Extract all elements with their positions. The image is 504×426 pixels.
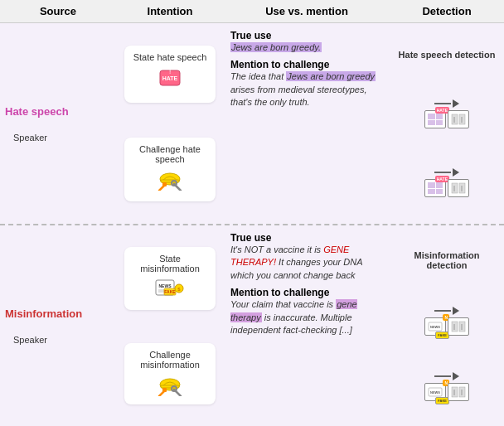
misinfo-use-col: True use It's NOT a vaccine it is GENE T… bbox=[224, 225, 390, 426]
svg-marker-14 bbox=[453, 168, 459, 177]
hate-box3: HATE bbox=[424, 179, 446, 197]
hate-detection-item1: HATE bbox=[424, 99, 469, 128]
misinfo-icon: NEWS FAKE $ bbox=[154, 277, 186, 303]
hate-detection-item2: HATE bbox=[424, 168, 469, 197]
challenge-hate-card: Challenge hate speech bbox=[124, 138, 216, 201]
misinfo-mini-ui2: NEWS N FAKE bbox=[424, 383, 469, 401]
hate-mention-highlight: Jews are born greedy bbox=[286, 71, 376, 81]
misinfo-detection-label: Misinformation detection bbox=[395, 250, 499, 270]
challenge-misinfo-card: Challenge misinformation bbox=[124, 343, 216, 404]
tools-icon-misinfo bbox=[156, 373, 184, 398]
hate-use-col: True use Jews are born greedy. Mention t… bbox=[224, 23, 390, 224]
hate-true-use-text: Jews are born greedy. bbox=[230, 41, 383, 54]
hate-mini-ui2: HATE bbox=[424, 179, 469, 197]
svg-rect-15 bbox=[452, 183, 458, 193]
header-row: Source Intention Use vs. mention Detecti… bbox=[0, 0, 504, 23]
misinfo-line2 bbox=[434, 375, 451, 377]
hate-icon: HATE ! bbox=[157, 65, 183, 96]
misinfo-true-use-text: It's NOT a vaccine it is GENE THERAPY! I… bbox=[230, 244, 383, 282]
svg-text:NEWS: NEWS bbox=[430, 325, 440, 329]
svg-text:NEWS: NEWS bbox=[159, 283, 172, 288]
hate-mini-ui1: HATE bbox=[424, 110, 469, 128]
svg-marker-40 bbox=[453, 372, 459, 380]
misinfo-section: Misinformation Speaker State misinformat… bbox=[0, 225, 504, 426]
challenge-hate-text: Challenge hate speech bbox=[129, 144, 211, 164]
svg-rect-16 bbox=[459, 183, 465, 193]
hate-intention-col: State hate speech HATE ! Challenge hate … bbox=[116, 23, 224, 224]
tools-icon-hate bbox=[156, 167, 184, 195]
header-detection: Detection bbox=[390, 5, 504, 17]
content-area: Hate speech Speaker State hate speech HA… bbox=[0, 23, 504, 426]
misinfo-box1: NEWS N FAKE bbox=[424, 317, 446, 336]
misinfo-mention-pre: Your claim that vaccine is bbox=[230, 299, 336, 309]
svg-marker-33 bbox=[453, 307, 459, 315]
misinfo-detection-col: Misinformation detection NEWS N bbox=[390, 225, 504, 426]
svg-text:!: ! bbox=[169, 68, 171, 75]
misinfo-label: Misinformation bbox=[5, 307, 82, 320]
state-hate-card: State hate speech HATE ! bbox=[124, 46, 216, 103]
svg-rect-43 bbox=[452, 387, 458, 397]
svg-marker-9 bbox=[453, 99, 459, 108]
state-misinfo-text: State misinformation bbox=[129, 254, 211, 274]
misinfo-detection-item1: NEWS N FAKE bbox=[424, 307, 469, 336]
svg-rect-11 bbox=[459, 114, 465, 124]
line1 bbox=[434, 103, 451, 104]
main-container: Source Intention Use vs. mention Detecti… bbox=[0, 0, 504, 426]
hate-mention-section: Mention to challenge The idea that Jews … bbox=[230, 59, 383, 109]
hate-speech-section: Hate speech Speaker State hate speech HA… bbox=[0, 23, 504, 225]
hate-box1: HATE bbox=[424, 110, 446, 128]
hate-mention-text: The idea that Jews are born greedy arise… bbox=[230, 70, 383, 109]
hate-speaker-label: Speaker bbox=[13, 133, 47, 143]
misinfo-source-col: Misinformation Speaker bbox=[0, 225, 116, 426]
svg-text:NEWS: NEWS bbox=[430, 390, 440, 395]
challenge-misinfo-text: Challenge misinformation bbox=[129, 350, 211, 370]
hate-detection-label: Hate speech detection bbox=[399, 50, 496, 60]
misinfo-intention-col: State misinformation NEWS FAKE bbox=[116, 225, 224, 426]
svg-text:FAKE: FAKE bbox=[164, 289, 176, 294]
misinfo-detection-item2: NEWS N FAKE bbox=[424, 372, 469, 401]
svg-rect-36 bbox=[452, 322, 458, 332]
state-misinfo-card: State misinformation NEWS FAKE bbox=[124, 247, 216, 310]
hate-detection-col: Hate speech detection bbox=[390, 23, 504, 224]
misinfo-mini-ui1: NEWS N FAKE bbox=[424, 317, 469, 336]
svg-rect-10 bbox=[452, 114, 458, 124]
state-hate-text: State hate speech bbox=[133, 52, 207, 62]
misinfo-true-use-title: True use bbox=[230, 232, 383, 244]
svg-rect-37 bbox=[459, 322, 465, 332]
hate-true-use-section: True use Jews are born greedy. bbox=[230, 30, 383, 54]
svg-text:HATE: HATE bbox=[162, 75, 178, 81]
hate-mention-title: Mention to challenge bbox=[230, 59, 383, 70]
hate-box2 bbox=[448, 110, 469, 128]
header-use-mention: Use vs. mention bbox=[224, 5, 390, 17]
svg-rect-44 bbox=[459, 387, 465, 397]
misinfo-speaker-label: Speaker bbox=[13, 335, 47, 345]
svg-rect-32 bbox=[162, 388, 167, 392]
misinfo-box4 bbox=[448, 383, 469, 401]
hate-mention-pre: The idea that bbox=[230, 71, 286, 81]
misinfo-true-use-section: True use It's NOT a vaccine it is GENE T… bbox=[230, 232, 383, 282]
header-intention: Intention bbox=[116, 5, 224, 17]
misinfo-box3: NEWS N FAKE bbox=[424, 383, 446, 401]
hate-highlight-text: Jews are born greedy. bbox=[230, 42, 322, 52]
misinfo-mention-title: Mention to challenge bbox=[230, 287, 383, 298]
misinfo-mention-text: Your claim that vaccine is gene therapy … bbox=[230, 298, 383, 336]
misinfo-box2 bbox=[448, 317, 469, 336]
misinfo-line1 bbox=[434, 310, 451, 312]
hate-mention-post: arises from medieval stereotypes, that's… bbox=[230, 85, 366, 107]
line2 bbox=[434, 172, 451, 173]
hate-source-col: Hate speech Speaker bbox=[0, 23, 116, 224]
hate-true-use-title: True use bbox=[230, 30, 383, 41]
svg-rect-8 bbox=[162, 182, 167, 186]
misinfo-text-pre: It's NOT a vaccine it is bbox=[230, 244, 323, 254]
hate-box4 bbox=[448, 179, 469, 197]
header-source: Source bbox=[0, 5, 116, 17]
misinfo-mention-section: Mention to challenge Your claim that vac… bbox=[230, 287, 383, 336]
hate-speech-label: Hate speech bbox=[5, 105, 69, 118]
